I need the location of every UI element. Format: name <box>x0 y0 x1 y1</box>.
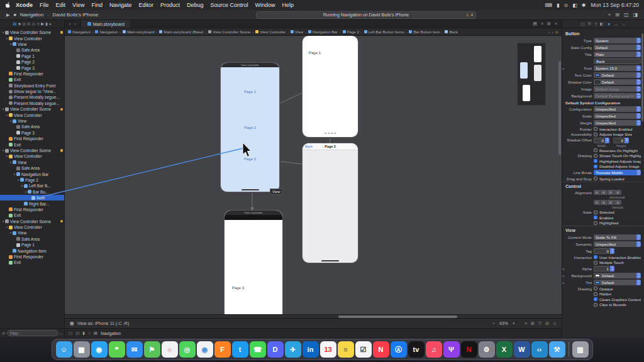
file-inspector-icon[interactable]: ▢ <box>581 21 585 26</box>
scene-title-bar[interactable]: View Controller <box>225 211 282 215</box>
page-label-page-2[interactable]: Page 2 <box>221 126 279 129</box>
dock-app-calendar[interactable]: 13 <box>320 341 336 358</box>
outline-item-view[interactable]: ▾View <box>0 160 64 165</box>
dock-app-twitter[interactable]: t <box>232 341 248 358</box>
embed-icon[interactable]: ⊂ <box>553 321 557 326</box>
menu-edit[interactable]: Edit <box>56 2 66 8</box>
alignment-segment-0[interactable]: ≡ <box>594 200 601 205</box>
image-popup[interactable]: Default Image▴▾ <box>594 86 641 92</box>
issue-back-icon[interactable]: ‹ <box>549 30 550 34</box>
battery-icon[interactable]: ▮ <box>557 3 559 8</box>
font-popup[interactable]: System 15.0T <box>594 65 641 71</box>
breadcrumb-item-main-storyboard-base[interactable]: Main.storyboard (Base) <box>159 30 203 34</box>
stepper-cap[interactable]: ▴▾ <box>625 138 629 143</box>
outline-item-item[interactable]: Item <box>0 195 64 200</box>
checkbox-spring-loaded[interactable] <box>594 177 597 180</box>
checkbox-user-interaction-enabled[interactable]: ✓ <box>594 255 597 259</box>
dock-app-tv[interactable]: tv <box>408 341 425 358</box>
dock-app-launchpad[interactable]: ▦ <box>74 341 90 358</box>
scrollbar-thumb[interactable] <box>338 315 458 318</box>
outline-item-storyboard-entry-point[interactable]: Storyboard Entry Point <box>0 83 64 89</box>
checkbox-clips-to-bounds[interactable] <box>594 303 597 307</box>
configuration-popup[interactable]: Unspecified▴▾ <box>594 106 641 112</box>
outline-item-bar-bu[interactable]: ▾Bar Bu... <box>0 189 64 195</box>
menu-product[interactable]: Product <box>160 2 180 8</box>
stepper-cap[interactable]: ▴▾ <box>636 79 641 85</box>
background-popup[interactable]: Default▴▾ <box>594 273 641 278</box>
shadow-color-popup[interactable]: Default▴▾ <box>594 79 641 85</box>
close-editor-icon[interactable]: × <box>555 21 557 26</box>
zoom-level[interactable]: 43% <box>499 321 508 326</box>
device-configuration-icon[interactable]: ▦ <box>70 321 74 326</box>
outline-item-view-controller[interactable]: ▾View Controller <box>0 224 64 230</box>
tag-stepper[interactable]: 0▴▾ <box>594 248 614 254</box>
menu-find[interactable]: Find <box>91 2 103 8</box>
stepper-cap[interactable]: ▴▾ <box>636 170 641 175</box>
outline-item-safe-area[interactable]: Safe Area <box>0 236 64 242</box>
outline-item-view-controller-scene[interactable]: ▾View Controller Scene <box>0 106 64 112</box>
outline-item-safe-area[interactable]: Safe Area <box>0 165 64 171</box>
dock-app-trash[interactable]: ▥ <box>572 341 589 358</box>
outline-item-view-controller-scene[interactable]: ▾View Controller Scene <box>0 148 64 153</box>
stepper-cap[interactable]: ▴▾ <box>605 138 609 143</box>
checkbox-enabled[interactable]: ✓ <box>594 216 597 219</box>
outline-item-exit[interactable]: Exit <box>0 77 64 82</box>
add-variation-button[interactable]: + <box>562 274 564 278</box>
scene-title-bar[interactable]: View Controller <box>221 63 279 67</box>
outline-item-page-1[interactable]: Page 1 <box>0 53 64 59</box>
add-editor-icon[interactable]: ⊞ <box>547 21 551 26</box>
zoom-out-button[interactable]: − <box>492 321 495 326</box>
outline-item-first-responder[interactable]: First Responder <box>0 207 64 212</box>
breadcrumb-item-view-controller-scene[interactable]: View Controller Scene <box>208 30 250 34</box>
outline-item-first-responder[interactable]: First Responder <box>0 254 64 260</box>
outline-item-view[interactable]: ▾View <box>0 230 64 236</box>
semantic-popup[interactable]: Unspecified▴▾ <box>594 241 641 247</box>
library-icon[interactable]: ⊞ <box>615 12 619 18</box>
width-stepper[interactable]: 0▴▾ <box>594 138 609 143</box>
alignment-segment-0[interactable]: ≡ <box>594 190 601 195</box>
symbol-navigator-icon[interactable]: ◎ <box>22 21 26 26</box>
breadcrumb-item-left-bar-button-items[interactable]: Left Bar Button Items <box>364 30 404 34</box>
storyboard-canvas[interactable]: View Page 1View ControllerPage 1Page 2Pa… <box>65 36 562 314</box>
alignment-segment-2[interactable]: ≡ <box>608 190 614 195</box>
device-page2-detail[interactable]: BackPage 2 <box>302 143 358 263</box>
zoom-in-button[interactable]: + <box>513 321 515 326</box>
outline-item-page-3[interactable]: Page 3 <box>0 130 64 136</box>
dock-app-word[interactable]: W <box>514 341 530 358</box>
report-navigator-icon[interactable]: ≡ <box>49 22 52 26</box>
outline-item-view[interactable]: ▾View <box>0 41 64 47</box>
dock-app-finder[interactable]: ☺ <box>56 341 72 358</box>
editor-layout-icon[interactable]: ◫ <box>624 12 629 18</box>
stepper-cap[interactable]: ▴▾ <box>610 248 614 254</box>
view-as-label[interactable]: View as: iPhone 11 (-C -R) <box>77 321 130 326</box>
breadcrumb-item-view-controller[interactable]: View Controller <box>255 30 286 34</box>
device-page3-detail[interactable]: View ControllerPage 3 <box>224 210 283 314</box>
breadcrumb-item-main-storyboard[interactable]: Main.storyboard <box>123 30 155 34</box>
outline-item-navigation-item[interactable]: Navigation Item <box>0 248 64 253</box>
background-popup[interactable]: Default Background Im▴▾ <box>594 93 641 99</box>
dock-app-music[interactable]: ♫ <box>426 341 442 358</box>
hide-debug-area-icon[interactable]: ▢ <box>69 331 72 336</box>
stop-button[interactable]: ■ <box>13 13 16 17</box>
checkbox-hidden[interactable] <box>594 292 597 296</box>
outline-item-first-responder[interactable]: First Responder <box>0 136 64 141</box>
checkbox-opaque[interactable] <box>594 287 597 290</box>
checkbox-reverses-on-highlight[interactable] <box>594 148 597 152</box>
height-stepper[interactable]: 0▴▾ <box>613 138 629 143</box>
outline-item-safe-area[interactable]: Safe Area <box>0 47 64 53</box>
control-center-icon[interactable]: ◧ <box>572 3 577 8</box>
alignment-segment-3[interactable]: ≡ <box>614 190 621 195</box>
breakpoint-navigator-icon[interactable]: ▮ <box>45 21 48 26</box>
dock-app-notes[interactable]: ≡ <box>338 341 354 358</box>
add-variation-button[interactable]: + <box>562 281 564 285</box>
minimap-icon[interactable]: ▤ <box>533 21 537 26</box>
scale-popup[interactable]: Unspecified▴▾ <box>594 113 641 119</box>
state-config-popup[interactable]: Default▴▾ <box>594 45 641 50</box>
connections-inspector-icon[interactable]: → <box>621 22 626 26</box>
dock-app-linkedin[interactable]: in <box>303 341 319 358</box>
source-control-navigator-icon[interactable]: ◈ <box>18 21 21 26</box>
outline-item-page-1[interactable]: Page 1 <box>0 242 64 248</box>
dock-app-facetime[interactable]: ◎ <box>179 341 196 358</box>
stepper-cap[interactable]: ▴▾ <box>636 280 641 285</box>
checkbox-shows-touch-on-highlight[interactable] <box>594 154 597 158</box>
